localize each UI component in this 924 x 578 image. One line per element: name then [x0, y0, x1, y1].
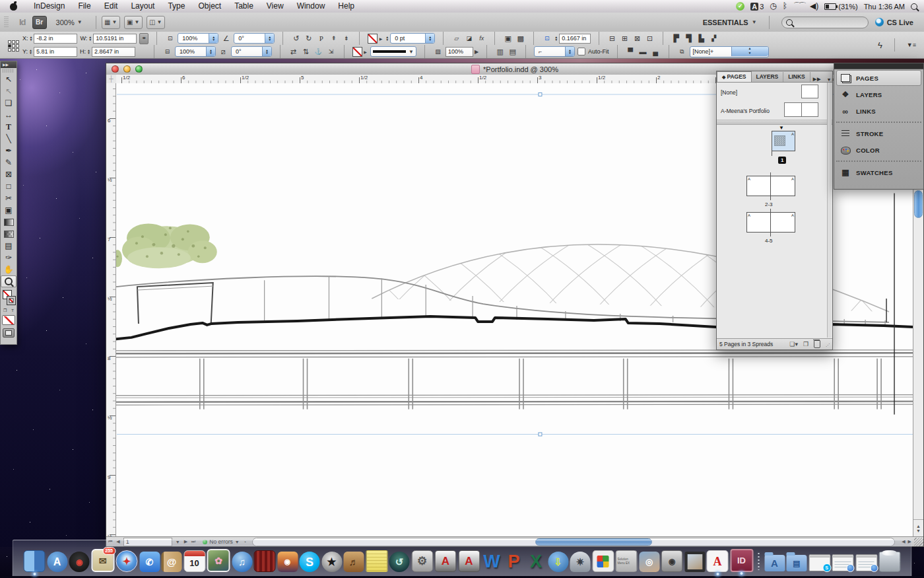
wifi-icon[interactable]: ⌒⌒: [793, 0, 804, 13]
panel-collapse-icon[interactable]: ▶▶: [810, 77, 824, 82]
iphoto[interactable]: ✿: [207, 549, 230, 572]
ruler-origin-corner[interactable]: ┼: [106, 75, 117, 84]
page-3-thumbnail[interactable]: A: [770, 176, 795, 196]
windows-app[interactable]: [592, 550, 614, 572]
distribute-bottom-button[interactable]: ▄: [651, 47, 661, 57]
delete-page-button[interactable]: [814, 340, 820, 348]
pen-tool[interactable]: ✒: [1, 145, 16, 157]
scale-x-field[interactable]: 100% ▲▼: [178, 33, 218, 44]
update-status-icon[interactable]: ✓: [736, 2, 744, 11]
panel-scrollbar[interactable]: [827, 83, 832, 338]
zoom-tool[interactable]: [1, 275, 16, 287]
safari[interactable]: ✦: [116, 550, 138, 572]
facetime[interactable]: ✆: [139, 552, 160, 572]
rectangle-tool[interactable]: □: [1, 180, 16, 192]
arrange-documents-button[interactable]: ◫▼: [147, 16, 165, 29]
app-notification-icon[interactable]: A: [750, 3, 758, 11]
page-1-thumbnail[interactable]: A: [772, 131, 795, 151]
align-center-button[interactable]: ▜: [684, 34, 694, 44]
constrain-proportions-icon[interactable]: ⚭: [139, 33, 148, 44]
time-machine-icon[interactable]: ◷: [770, 0, 776, 13]
page-1-label[interactable]: 1: [778, 157, 786, 164]
fit-content-button[interactable]: ⊟: [607, 34, 617, 44]
bridge-button[interactable]: Br: [32, 16, 47, 29]
downloads-app[interactable]: ⇩: [548, 552, 568, 572]
word[interactable]: W: [482, 552, 502, 572]
fit-proportional-button[interactable]: ⊡: [645, 34, 655, 44]
effects-button[interactable]: fx: [477, 34, 486, 44]
master-none-label[interactable]: [None]: [721, 89, 737, 96]
frame-tool[interactable]: ⊠: [1, 168, 16, 180]
stroke-style-dropdown[interactable]: ▼: [370, 46, 416, 57]
menu-item[interactable]: Object: [191, 0, 228, 13]
garageband[interactable]: ♬: [344, 552, 364, 572]
adobe-reader[interactable]: A: [707, 550, 729, 572]
opacity-field[interactable]: 100% ▶: [446, 47, 478, 57]
drop-shadow-button[interactable]: ▱: [451, 34, 461, 44]
note-tool[interactable]: ▤: [1, 240, 16, 252]
imovie[interactable]: ★: [321, 552, 342, 572]
bluetooth-icon[interactable]: ᛒ: [783, 0, 787, 13]
view-options-button[interactable]: ▦▼: [102, 16, 120, 29]
corner-options-dropdown[interactable]: ⌐ ▲▼: [534, 46, 575, 57]
select-child-button[interactable]: ⇲: [326, 47, 336, 57]
selection-tool[interactable]: ↖: [1, 73, 16, 85]
formatting-affects-text-icon[interactable]: T: [11, 308, 14, 312]
scissors-tool[interactable]: ✂: [1, 192, 16, 204]
free-transform-tool[interactable]: ▣: [1, 204, 16, 216]
spread-4-5-label[interactable]: 4-5: [765, 238, 773, 244]
rotate-cw-button[interactable]: ↻: [304, 34, 314, 44]
satellite-app[interactable]: ✷: [570, 552, 591, 572]
gap-tool[interactable]: ↔: [1, 109, 16, 121]
minimized-window-2[interactable]: [855, 554, 877, 571]
center-content-button[interactable]: ⊠: [632, 34, 642, 44]
app-store[interactable]: A: [47, 552, 67, 572]
palette-grip[interactable]: [3, 69, 15, 73]
menu-item[interactable]: Window: [290, 0, 332, 13]
trash[interactable]: [879, 552, 901, 572]
menu-item[interactable]: Layout: [124, 0, 161, 13]
master-none-thumbnail[interactable]: [801, 85, 818, 98]
page-4-thumbnail[interactable]: A: [746, 212, 771, 233]
auto-fit-checkbox[interactable]: [578, 48, 585, 55]
select-content-button[interactable]: ⚓: [314, 47, 323, 57]
spotlight-icon[interactable]: [911, 3, 917, 10]
stroke-color-swatch[interactable]: ▶: [368, 34, 378, 44]
screen-mode-button[interactable]: ▣▼: [124, 16, 143, 29]
reference-point-selector[interactable]: [8, 40, 17, 50]
search-input[interactable]: [795, 18, 857, 26]
pages-list[interactable]: ▼ A 1 A A 2-3 A A 4-5: [717, 125, 832, 341]
photo-viewer[interactable]: ◎: [639, 552, 659, 572]
system-preferences[interactable]: ⚙: [411, 550, 433, 572]
autocad[interactable]: A: [435, 550, 457, 572]
dock-header[interactable]: [834, 63, 923, 69]
wrap-off-button[interactable]: ▣: [503, 34, 513, 44]
object-style-dropdown[interactable]: [None]+ ▲▼: [690, 46, 769, 57]
direct-selection-tool[interactable]: ↖: [1, 85, 16, 97]
wrap-jump-to-next-button[interactable]: ▤: [508, 47, 517, 57]
flip-horizontal-button[interactable]: ⇄: [288, 47, 298, 57]
x-position-field[interactable]: X:▲▼ -8.2 in: [22, 34, 77, 44]
documents-folder[interactable]: ▤: [787, 555, 807, 571]
indesign[interactable]: ID: [730, 549, 753, 572]
master-a-thumbnail[interactable]: [784, 102, 818, 117]
menu-item[interactable]: Table: [228, 0, 260, 13]
flip-vertical-button[interactable]: ⇅: [301, 47, 311, 57]
search-box[interactable]: [781, 17, 869, 28]
scale-y-field[interactable]: 100% ▲▼: [175, 46, 216, 57]
auto-fit-control[interactable]: Auto-Fit: [578, 48, 609, 55]
wrap-bounding-button[interactable]: ▩: [515, 34, 525, 44]
transparency-button[interactable]: ◪: [464, 34, 474, 44]
select-next-button[interactable]: ⇟: [341, 34, 351, 44]
gradient-feather-tool[interactable]: [1, 228, 16, 240]
finder[interactable]: [24, 550, 46, 572]
panel-resize-grip[interactable]: ⋰: [826, 342, 830, 347]
spread-2-3-label[interactable]: 2-3: [765, 201, 773, 207]
cs-live-button[interactable]: CS Live: [875, 18, 913, 26]
distribute-button[interactable]: ▞: [709, 34, 719, 44]
time-machine[interactable]: ↺: [389, 552, 410, 572]
vertical-scroll-arrows[interactable]: ▲▼: [913, 519, 923, 537]
autocad-2[interactable]: A: [458, 550, 480, 572]
photo-booth[interactable]: [254, 550, 276, 572]
page-tool[interactable]: ❏: [1, 97, 16, 109]
